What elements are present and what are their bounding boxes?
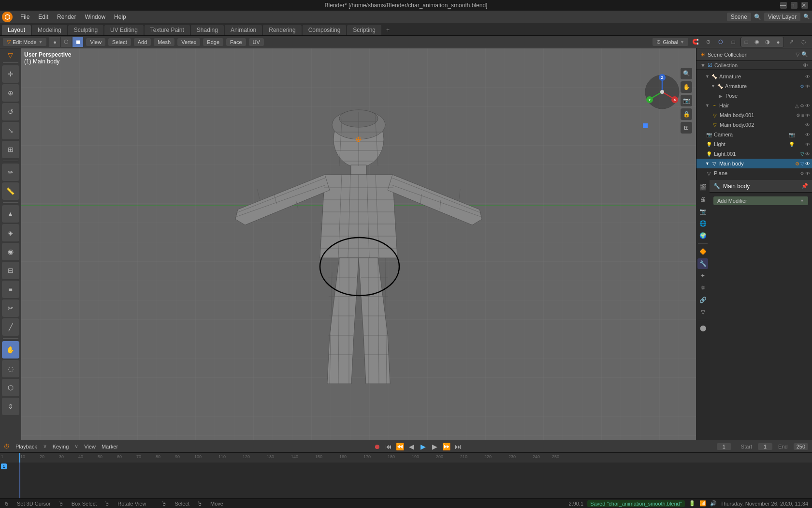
3d-viewport[interactable]: User Perspective (1) Main body Z [21,48,696,440]
proportional-edit[interactable]: ⊙ [703,37,713,47]
viewport-edge-menu[interactable]: Edge [203,38,223,46]
physics-properties-icon[interactable]: ⚛ [697,283,708,293]
viewport-mesh-menu[interactable]: Mesh [154,38,174,46]
measure-tool[interactable]: 📏 [2,182,19,200]
outliner-armature-object[interactable]: ▼ 🦴 Armature ⚙ 👁 [696,81,812,91]
hair-eye[interactable]: 👁 [805,103,810,108]
armature-group-eye[interactable]: 👁 [805,74,810,79]
outliner-armature-group[interactable]: ▼ 🦴 Armature 👁 [696,72,812,81]
viewport-select-menu[interactable]: Select [108,38,131,46]
inset-tool[interactable]: ◈ [2,224,19,241]
tab-modeling[interactable]: Modeling [32,25,67,35]
timeline-track[interactable]: 1 [0,463,812,498]
add-modifier-button[interactable]: Add Modifier ▼ [713,196,808,205]
face-select-mode[interactable]: ◼ [72,37,83,47]
end-frame-field[interactable]: 250 [794,443,808,450]
mainbody001-eye[interactable]: 👁 [805,113,810,118]
outliner-light[interactable]: 💡 Light 💡 👁 [696,139,812,149]
outliner-filter-icon[interactable]: ▽ [796,51,799,58]
collection-eye-icon[interactable]: 👁 [803,62,808,68]
material-properties-icon[interactable]: ⬤ [697,323,708,333]
playback-menu[interactable]: Playback [15,444,37,449]
step-forward-button[interactable]: ▶ [430,442,440,451]
add-workspace-button[interactable]: + [382,25,393,35]
show-hide-overlay[interactable]: ◌ [798,37,809,47]
loopcut-tool[interactable]: ⊟ [2,262,19,279]
vertex-select-mode[interactable]: ● [49,37,60,47]
overlay-toggle[interactable]: ⬡ [715,37,726,47]
relax-tool[interactable]: ⬡ [2,379,19,396]
armature-object-eye[interactable]: 👁 [805,84,810,89]
view-layer-properties-icon[interactable]: 📷 [697,206,708,217]
outliner-pose[interactable]: ▶ Pose [696,91,812,101]
collection-expand-icon[interactable]: ▼ [700,62,706,68]
mainbody002-eye[interactable]: 👁 [805,122,810,128]
record-button[interactable]: ⏺ [372,442,382,451]
step-back-button[interactable]: ◀ [407,442,417,451]
menu-edit[interactable]: Edit [34,13,52,21]
play-button[interactable]: ▶ [419,442,428,451]
wireframe-shading[interactable]: □ [741,37,752,47]
jump-back-keyframe-button[interactable]: ⏪ [395,442,405,451]
outliner-mainbody-002[interactable]: ▽ Main body.002 👁 [696,120,812,130]
object-properties-icon[interactable]: 🔶 [697,246,708,257]
camera-view-icon[interactable]: 📷 [681,95,692,106]
outliner-camera[interactable]: 📷 Camera 📷 👁 [696,130,812,139]
outliner-search-icon[interactable]: 🔍 [801,51,808,58]
world-properties-icon[interactable]: 🌍 [697,230,708,241]
timeline-ruler[interactable]: 1 10 20 30 40 50 60 70 80 90 100 110 120… [0,453,812,463]
transform-tool[interactable]: ⊞ [2,141,19,158]
material-shading[interactable]: ◑ [762,37,773,47]
view-layer-selector[interactable]: View Layer [764,13,800,21]
object-data-icon[interactable]: ▽ [697,307,708,317]
render-properties-icon[interactable]: 🎬 [697,182,708,193]
edge-select-mode[interactable]: ⬡ [61,37,72,47]
modifier-properties-icon[interactable]: 🔧 [697,258,708,269]
outliner-plane[interactable]: ▽ Plane ⚙ 👁 [696,168,812,178]
menu-render[interactable]: Render [53,13,80,21]
viewport-face-menu[interactable]: Face [226,38,246,46]
tab-animation[interactable]: Animation [225,25,262,35]
annotate-tool[interactable]: ✏ [2,164,19,181]
minimize-button[interactable]: — [780,2,787,9]
tab-uv-editing[interactable]: UV Editing [104,25,144,35]
smooth-tool[interactable]: ◌ [2,360,19,377]
close-button[interactable]: ✕ [801,2,808,9]
scene-properties-icon[interactable]: 🌐 [697,218,708,229]
knife-tool[interactable]: ✂ [2,299,19,317]
outliner-mainbody-selected[interactable]: ▼ ▽ Main body ⚙ ▽ 👁 [696,159,812,168]
tab-shading[interactable]: Shading [191,25,224,35]
light-eye[interactable]: 👁 [805,142,810,147]
extrude-tool[interactable]: ▲ [2,205,19,223]
tab-compositing[interactable]: Compositing [303,25,347,35]
properties-pin[interactable]: 📌 [801,183,808,189]
bevel-tool[interactable]: ◉ [2,243,19,260]
viewport-uv-menu[interactable]: UV [249,38,264,46]
jump-forward-keyframe-button[interactable]: ⏩ [442,442,451,451]
keying-menu[interactable]: Keying [53,444,69,449]
tab-texture-paint[interactable]: Texture Paint [145,25,190,35]
solid-shading[interactable]: ◉ [752,37,762,47]
cursor-tool[interactable]: ✛ [2,65,19,83]
push-pull-tool[interactable]: ⇕ [2,398,19,415]
navigation-gizmo[interactable]: Z X Y [643,73,682,113]
lock-camera-icon[interactable]: 🔒 [681,108,692,120]
marker-menu[interactable]: Marker [102,444,118,449]
scene-selector[interactable]: Scene [727,13,751,21]
playhead[interactable] [19,453,20,463]
gizmo-toggle[interactable]: ↗ [786,37,797,47]
constraints-properties-icon[interactable]: 🔗 [697,295,708,305]
mainbody-eye[interactable]: 👁 [805,161,810,166]
zoom-camera-icon[interactable]: 🔍 [681,68,692,79]
edit-mode-selector[interactable]: ▽ Edit Mode ▼ [3,38,46,46]
maximize-button[interactable]: □ [791,2,798,9]
pan-view-icon[interactable]: ✋ [681,81,692,93]
rendered-shading[interactable]: ● [773,37,783,47]
outliner-hair[interactable]: ▼ ~ Hair △ ⚙ 👁 [696,101,812,110]
outliner-light-001[interactable]: 💡 Light.001 ▽ 👁 [696,149,812,159]
jump-to-end-button[interactable]: ⏭ [453,442,463,451]
camera-eye[interactable]: 👁 [805,132,810,137]
transform-pivot[interactable]: ⊙ Global ▼ [652,38,688,46]
viewport-view-menu[interactable]: View [86,38,105,46]
render-region-icon[interactable]: ⊞ [681,122,692,134]
